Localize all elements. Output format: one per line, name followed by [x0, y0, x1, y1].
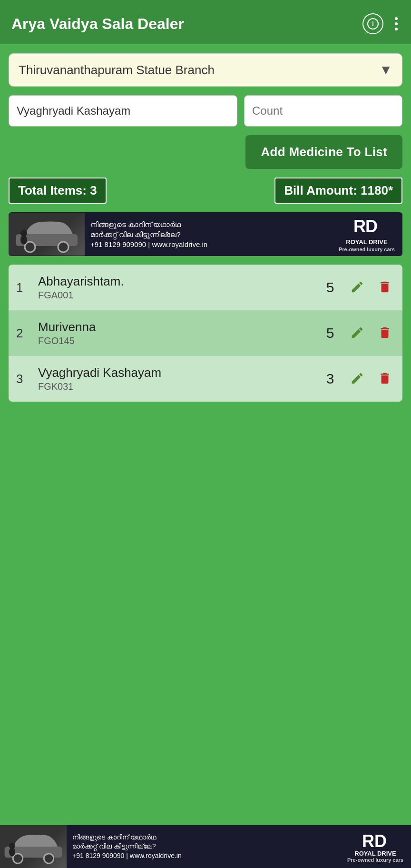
- spacer: [9, 410, 402, 816]
- more-options-button[interactable]: [393, 15, 400, 32]
- item-name: Abhayarishtam.: [38, 274, 313, 289]
- item-number: 1: [16, 280, 30, 295]
- total-items-badge: Total Items: 3: [9, 178, 107, 204]
- add-medicine-button[interactable]: Add Medicine To List: [245, 135, 402, 169]
- info-icon: i: [367, 18, 379, 30]
- item-count: 5: [321, 279, 340, 296]
- bottom-ad-banner: നിങ്ങളുടെ കാറിന് യഥാർഥമാർക്കറ്റ് വില കിട…: [0, 825, 411, 868]
- bottom-ad-logo: RD ROYAL DRIVE Pre-owned luxury cars: [340, 827, 411, 867]
- item-code: FGK031: [38, 381, 313, 392]
- trash-icon: [378, 326, 392, 340]
- ad-brand: ROYAL DRIVE: [346, 238, 387, 246]
- ad-car-image: [9, 213, 85, 256]
- ad-banner: നിങ്ങളുടെ കാറിന് യഥാർഥമാർക്കറ്റ് വില കിട…: [9, 212, 402, 256]
- header-icons: i: [362, 13, 400, 34]
- bottom-ad-text: നിങ്ങളുടെ കാറിന് യഥാർഥമാർക്കറ്റ് വില കിട…: [67, 829, 340, 865]
- input-row: [9, 95, 402, 127]
- main-content: Thiruvananthapuram Statue Branch ▼ Add M…: [0, 44, 411, 825]
- svg-text:i: i: [372, 20, 374, 28]
- pencil-icon: [350, 280, 364, 294]
- branch-selector[interactable]: Thiruvananthapuram Statue Branch ▼: [9, 53, 402, 87]
- item-info: Murivenna FGO145: [38, 320, 313, 346]
- trash-icon: [378, 280, 392, 294]
- item-name: Vyaghryadi Kashayam: [38, 365, 313, 380]
- edit-button[interactable]: [347, 323, 367, 344]
- item-count: 5: [321, 325, 340, 341]
- svg-point-9: [13, 854, 22, 863]
- list-item: 2 Murivenna FGO145 5: [9, 310, 402, 356]
- dot-icon: [395, 17, 398, 20]
- bottom-ad-car-image: [0, 825, 67, 868]
- list-item: 3 Vyaghryadi Kashayam FGK031 3: [9, 356, 402, 402]
- summary-row: Total Items: 3 Bill Amount: 1180*: [9, 178, 402, 204]
- bottom-ad-brand-sub: Pre-owned luxury cars: [347, 857, 403, 863]
- info-button[interactable]: i: [362, 13, 383, 34]
- item-code: FGO145: [38, 335, 313, 346]
- item-name: Murivenna: [38, 320, 313, 335]
- ad-text: നിങ്ങളുടെ കാറിന് യഥാർഥമാർക്കറ്റ് വില കിട…: [85, 216, 331, 253]
- app-title: Arya Vaidya Sala Dealer: [11, 15, 362, 33]
- header: Arya Vaidya Sala Dealer i: [0, 0, 411, 44]
- svg-text:RD: RD: [362, 831, 387, 850]
- pencil-icon: [350, 326, 364, 340]
- item-count: 3: [321, 371, 340, 387]
- pencil-icon: [350, 371, 364, 385]
- item-info: Vyaghryadi Kashayam FGK031: [38, 365, 313, 392]
- svg-point-3: [25, 242, 35, 252]
- chevron-down-icon: ▼: [379, 62, 392, 78]
- item-code: FGA001: [38, 290, 313, 301]
- svg-point-12: [9, 843, 15, 849]
- ad-logo: RD ROYAL DRIVE Pre-owned luxury cars: [331, 212, 402, 256]
- item-number: 3: [16, 372, 30, 386]
- dot-icon: [395, 22, 398, 25]
- delete-button[interactable]: [375, 368, 395, 390]
- item-number: 2: [16, 326, 30, 341]
- dot-icon: [395, 28, 398, 30]
- bottom-ad-brand: ROYAL DRIVE: [354, 850, 396, 857]
- svg-text:RD: RD: [353, 217, 377, 235]
- bottom-car-svg: [2, 828, 64, 866]
- delete-button[interactable]: [375, 277, 395, 298]
- car-svg: [13, 215, 80, 253]
- count-input[interactable]: [244, 95, 402, 127]
- delete-button[interactable]: [375, 323, 395, 344]
- item-info: Abhayarishtam. FGA001: [38, 274, 313, 301]
- ad-brand-sub: Pre-owned luxury cars: [339, 247, 395, 252]
- bill-amount-badge: Bill Amount: 1180*: [274, 178, 402, 204]
- medicine-list: 1 Abhayarishtam. FGA001 5 2 Murivenna: [9, 265, 402, 402]
- svg-point-6: [20, 230, 27, 237]
- edit-button[interactable]: [347, 368, 367, 390]
- edit-button[interactable]: [347, 277, 367, 298]
- svg-point-11: [9, 848, 15, 857]
- ad-logo-rd: RD: [352, 216, 381, 238]
- branch-selector-text: Thiruvananthapuram Statue Branch: [19, 63, 215, 78]
- list-item: 1 Abhayarishtam. FGA001 5: [9, 265, 402, 310]
- trash-icon: [378, 371, 392, 385]
- svg-point-10: [44, 854, 53, 863]
- svg-point-4: [58, 242, 68, 252]
- medicine-input[interactable]: [9, 95, 237, 127]
